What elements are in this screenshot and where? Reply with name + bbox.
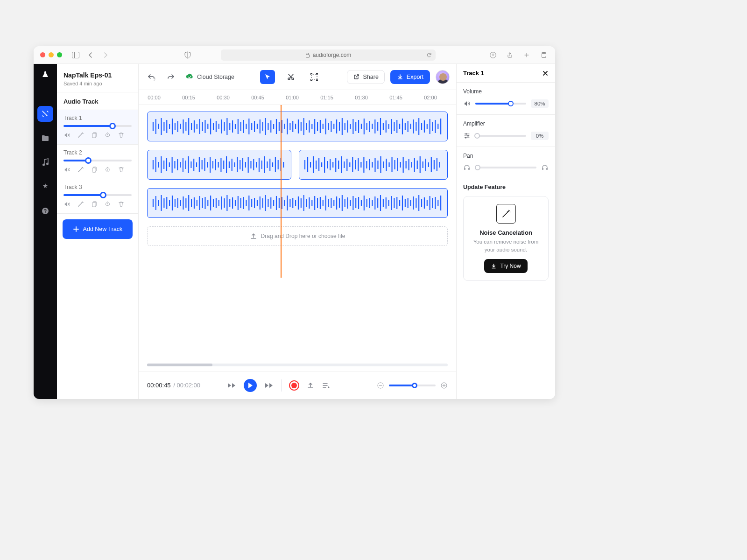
tracks-canvas[interactable]: Drag and Drop here or choose file — [139, 105, 456, 371]
address-bar[interactable]: audioforge.com — [221, 49, 436, 61]
svg-rect-21 — [316, 79, 317, 80]
amplifier-slider[interactable] — [475, 135, 526, 137]
rail-music-button[interactable] — [37, 154, 53, 170]
rail-editor-button[interactable] — [37, 106, 53, 122]
track-item-2[interactable]: Track 2 — [57, 145, 138, 179]
track-name: Track 1 — [63, 115, 132, 121]
mute-icon[interactable] — [63, 201, 70, 208]
playlist-button[interactable] — [322, 382, 330, 389]
track-level-slider[interactable] — [63, 160, 132, 161]
export-label: Export — [407, 74, 423, 80]
audio-clip[interactable] — [299, 150, 448, 180]
delete-icon[interactable] — [118, 166, 125, 173]
pan-slider[interactable] — [475, 167, 536, 168]
svg-rect-18 — [310, 73, 312, 75]
rail-effects-button[interactable] — [37, 179, 53, 195]
mirror-icon[interactable] — [104, 166, 111, 173]
lock-icon — [305, 52, 310, 58]
timeline-ruler[interactable]: 00:00 00:15 00:30 00:45 01:00 01:15 01:3… — [139, 90, 456, 105]
add-track-button[interactable]: Add New Track — [63, 219, 133, 239]
zoom-out-button[interactable] — [377, 382, 384, 389]
minimize-window-icon[interactable] — [49, 52, 54, 57]
privacy-shield-icon[interactable] — [183, 50, 193, 60]
svg-rect-14 — [92, 203, 96, 207]
horizontal-scrollbar[interactable] — [147, 364, 448, 366]
reload-icon[interactable] — [426, 52, 432, 58]
track-list-panel: NapTalk Eps-01 Saved 4 min ago Audio Tra… — [57, 64, 139, 399]
mirror-icon[interactable] — [104, 201, 111, 208]
record-button[interactable] — [289, 380, 299, 391]
timecode-total: 00:02:00 — [176, 382, 200, 389]
close-inspector-button[interactable] — [542, 70, 549, 77]
feature-title: Noise Cancelation — [469, 229, 543, 236]
ruler-tick: 02:00 — [423, 95, 437, 100]
tabs-overview-icon[interactable] — [538, 50, 549, 60]
copy-icon[interactable] — [91, 166, 98, 173]
amplifier-value: 0% — [531, 132, 549, 140]
track-level-slider[interactable] — [63, 125, 132, 127]
share-button[interactable]: Share — [347, 70, 384, 84]
volume-value: 80% — [531, 99, 549, 108]
share-system-icon[interactable] — [505, 50, 515, 60]
cloud-storage-chip[interactable]: Cloud Storage — [185, 73, 234, 81]
zoom-slider[interactable] — [389, 385, 436, 386]
delete-icon[interactable] — [118, 132, 125, 139]
svg-rect-4 — [542, 53, 546, 57]
playhead[interactable] — [281, 105, 282, 278]
track-level-slider[interactable] — [63, 194, 132, 196]
svg-rect-28 — [468, 168, 470, 170]
rail-files-button[interactable] — [37, 130, 53, 146]
mute-icon[interactable] — [63, 166, 70, 173]
ruler-tick: 00:30 — [216, 95, 230, 100]
undo-button[interactable] — [145, 70, 158, 84]
nav-forward-icon[interactable] — [100, 50, 111, 60]
audio-clip[interactable] — [147, 150, 291, 180]
rail-help-button[interactable]: ? — [37, 203, 53, 219]
download-icon[interactable] — [488, 50, 498, 60]
mirror-icon[interactable] — [104, 132, 111, 139]
mute-icon[interactable] — [63, 132, 70, 139]
sidebar-toggle-icon[interactable] — [70, 50, 81, 60]
audio-clip[interactable] — [147, 188, 448, 218]
nav-back-icon[interactable] — [85, 50, 96, 60]
user-avatar[interactable] — [436, 70, 450, 84]
zoom-in-button[interactable] — [440, 382, 448, 389]
transform-tool-button[interactable] — [307, 70, 322, 84]
maximize-window-icon[interactable] — [57, 52, 62, 57]
track-name: Track 3 — [63, 184, 132, 190]
svg-rect-13 — [92, 168, 96, 172]
track-item-1[interactable]: Track 1 — [57, 110, 138, 145]
forward-button[interactable] — [264, 382, 274, 389]
export-audio-button[interactable] — [307, 382, 314, 389]
play-button[interactable] — [244, 379, 257, 392]
dropzone[interactable]: Drag and Drop here or choose file — [147, 226, 448, 246]
headphones-right-icon — [541, 164, 549, 171]
copy-icon[interactable] — [91, 201, 98, 208]
close-window-icon[interactable] — [40, 52, 45, 57]
export-button[interactable]: Export — [390, 70, 430, 84]
svg-rect-0 — [72, 52, 79, 58]
redo-button[interactable] — [164, 70, 177, 84]
audio-clip[interactable] — [147, 112, 448, 141]
pan-label: Pan — [463, 153, 549, 159]
select-tool-button[interactable] — [260, 70, 275, 84]
magic-wand-icon[interactable] — [77, 132, 84, 139]
nav-rail: ? — [34, 64, 57, 399]
copy-icon[interactable] — [91, 132, 98, 139]
ruler-tick: 00:00 — [147, 95, 161, 100]
feature-description: You can remove noise from your audio sou… — [469, 238, 543, 253]
new-tab-icon[interactable] — [521, 50, 532, 60]
magic-wand-icon[interactable] — [77, 201, 84, 208]
cut-tool-button[interactable] — [283, 70, 298, 84]
browser-window: audioforge.com — [34, 46, 555, 399]
magic-wand-icon[interactable] — [77, 166, 84, 173]
rewind-button[interactable] — [227, 382, 236, 389]
volume-slider[interactable] — [475, 103, 526, 105]
delete-icon[interactable] — [118, 201, 125, 208]
try-now-button[interactable]: Try Now — [484, 259, 527, 273]
track-item-3[interactable]: Track 3 — [57, 179, 138, 214]
noise-cancel-icon — [496, 204, 516, 224]
transport-bar: 00:00:45 / 00:02:00 — [139, 371, 456, 399]
inspector-panel: Track 1 Volume 80% — [456, 64, 555, 399]
volume-label: Volume — [463, 88, 549, 95]
